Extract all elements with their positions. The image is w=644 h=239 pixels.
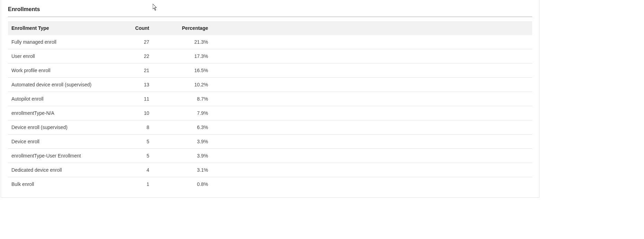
enrollments-panel: Enrollments Enrollment Type Count Percen… bbox=[1, 0, 539, 198]
cell-count: 5 bbox=[125, 135, 153, 149]
cell-percentage: 10.2% bbox=[153, 78, 212, 92]
cell-percentage: 3.1% bbox=[153, 163, 212, 177]
cell-percentage: 16.5% bbox=[153, 63, 212, 78]
cell-fill bbox=[212, 92, 532, 106]
cell-percentage: 17.3% bbox=[153, 49, 212, 63]
cell-count: 4 bbox=[125, 163, 153, 177]
cell-count: 10 bbox=[125, 106, 153, 120]
table-body: Fully managed enroll2721.3%User enroll22… bbox=[8, 35, 532, 191]
cell-percentage: 3.9% bbox=[153, 149, 212, 163]
panel-title: Enrollments bbox=[8, 6, 532, 17]
table-row[interactable]: Dedicated device enroll43.1% bbox=[8, 163, 532, 177]
cell-fill bbox=[212, 149, 532, 163]
table-row[interactable]: Device enroll53.9% bbox=[8, 135, 532, 149]
cell-percentage: 7.9% bbox=[153, 106, 212, 120]
cell-enrollment-type: User enroll bbox=[8, 49, 125, 63]
cell-percentage: 21.3% bbox=[153, 35, 212, 49]
cell-fill bbox=[212, 49, 532, 63]
cell-enrollment-type: Device enroll (supervised) bbox=[8, 120, 125, 135]
cell-enrollment-type: enrollmentType-N/A bbox=[8, 106, 125, 120]
cell-count: 27 bbox=[125, 35, 153, 49]
cell-percentage: 6.3% bbox=[153, 120, 212, 135]
cell-enrollment-type: Dedicated device enroll bbox=[8, 163, 125, 177]
cell-count: 13 bbox=[125, 78, 153, 92]
table-row[interactable]: Fully managed enroll2721.3% bbox=[8, 35, 532, 49]
cell-fill bbox=[212, 163, 532, 177]
cell-fill bbox=[212, 35, 532, 49]
table-row[interactable]: Autopilot enroll118.7% bbox=[8, 92, 532, 106]
cell-enrollment-type: Work profile enroll bbox=[8, 63, 125, 78]
header-enrollment-type[interactable]: Enrollment Type bbox=[8, 21, 125, 35]
cell-count: 1 bbox=[125, 177, 153, 191]
cell-enrollment-type: Bulk enroll bbox=[8, 177, 125, 191]
table-row[interactable]: enrollmentType-User Enrollment53.9% bbox=[8, 149, 532, 163]
cell-percentage: 8.7% bbox=[153, 92, 212, 106]
cell-fill bbox=[212, 106, 532, 120]
cell-count: 11 bbox=[125, 92, 153, 106]
table-row[interactable]: Automated device enroll (supervised)1310… bbox=[8, 78, 532, 92]
cell-fill bbox=[212, 120, 532, 135]
cell-count: 5 bbox=[125, 149, 153, 163]
table-row[interactable]: Bulk enroll10.8% bbox=[8, 177, 532, 191]
header-fill bbox=[212, 21, 532, 35]
table-header-row: Enrollment Type Count Percentage bbox=[8, 21, 532, 35]
cell-count: 21 bbox=[125, 63, 153, 78]
cell-enrollment-type: Device enroll bbox=[8, 135, 125, 149]
cell-count: 8 bbox=[125, 120, 153, 135]
table-row[interactable]: User enroll2217.3% bbox=[8, 49, 532, 63]
table-row[interactable]: Work profile enroll2116.5% bbox=[8, 63, 532, 78]
table-row[interactable]: Device enroll (supervised)86.3% bbox=[8, 120, 532, 135]
cell-enrollment-type: Automated device enroll (supervised) bbox=[8, 78, 125, 92]
cell-fill bbox=[212, 177, 532, 191]
cell-fill bbox=[212, 135, 532, 149]
cell-enrollment-type: enrollmentType-User Enrollment bbox=[8, 149, 125, 163]
cell-percentage: 3.9% bbox=[153, 135, 212, 149]
cell-enrollment-type: Fully managed enroll bbox=[8, 35, 125, 49]
cell-count: 22 bbox=[125, 49, 153, 63]
cell-fill bbox=[212, 78, 532, 92]
cell-percentage: 0.8% bbox=[153, 177, 212, 191]
header-percentage[interactable]: Percentage bbox=[153, 21, 212, 35]
header-count[interactable]: Count bbox=[125, 21, 153, 35]
table-row[interactable]: enrollmentType-N/A107.9% bbox=[8, 106, 532, 120]
enrollments-table: Enrollment Type Count Percentage Fully m… bbox=[8, 21, 532, 191]
cell-fill bbox=[212, 63, 532, 78]
cell-enrollment-type: Autopilot enroll bbox=[8, 92, 125, 106]
